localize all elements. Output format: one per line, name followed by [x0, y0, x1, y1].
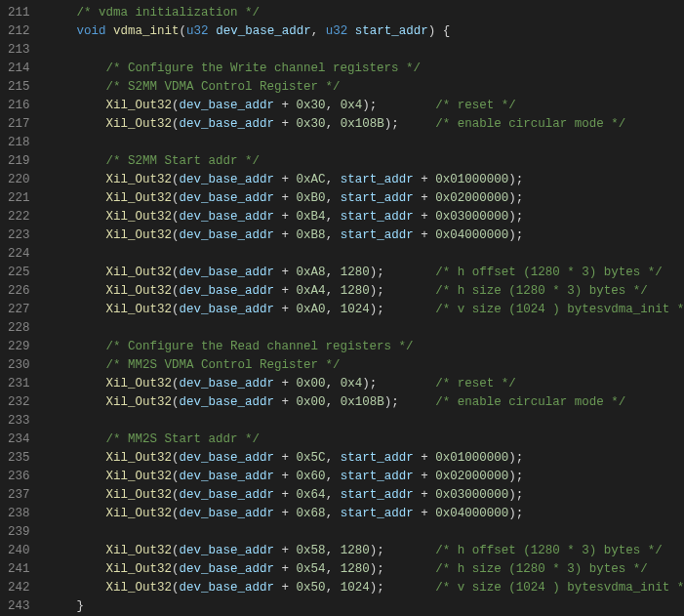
token: 0xA4 — [297, 284, 326, 298]
code-line[interactable]: /* Configure the Read channel registers … — [48, 338, 684, 356]
code-line[interactable]: Xil_Out32(dev_base_addr + 0x30, 0x4); /*… — [48, 97, 684, 115]
line-number: 218 — [8, 134, 30, 152]
token: 0x04000000 — [435, 507, 508, 520]
code-line[interactable]: Xil_Out32(dev_base_addr + 0x54, 1280); /… — [48, 560, 684, 579]
line-number: 239 — [8, 523, 30, 542]
code-line[interactable]: Xil_Out32(dev_base_addr + 0xB8, start_ad… — [48, 226, 684, 245]
token: 1024 — [341, 581, 370, 595]
line-number: 221 — [8, 189, 30, 208]
token: 0x60 — [297, 470, 326, 483]
code-line[interactable]: /* vdma initialization */ — [48, 4, 684, 22]
code-line[interactable]: Xil_Out32(dev_base_addr + 0x68, start_ad… — [48, 505, 684, 523]
token: ( — [172, 488, 180, 502]
token: Xil_Out32 — [106, 451, 173, 465]
token: + — [274, 562, 297, 576]
line-number: 242 — [8, 579, 30, 597]
token: ); — [508, 228, 523, 242]
code-line[interactable]: /* Configure the Write channel registers… — [48, 60, 684, 78]
token — [48, 117, 106, 131]
token: dev_base_addr — [180, 99, 275, 112]
token: + — [274, 470, 297, 483]
code-line[interactable]: Xil_Out32(dev_base_addr + 0x30, 0x108B);… — [48, 115, 684, 134]
code-line[interactable]: Xil_Out32(dev_base_addr + 0xAC, start_ad… — [48, 171, 684, 189]
code-line[interactable]: Xil_Out32(dev_base_addr + 0xA4, 1280); /… — [48, 282, 684, 301]
token: ); — [508, 173, 523, 186]
code-line[interactable] — [48, 245, 684, 264]
token: ( — [172, 210, 180, 224]
token: dev_base_addr — [180, 507, 275, 520]
code-line[interactable]: Xil_Out32(dev_base_addr + 0x50, 1024); /… — [48, 579, 684, 597]
line-number: 236 — [8, 468, 30, 486]
code-line[interactable]: } — [48, 597, 684, 616]
token: dev_base_addr — [180, 191, 275, 205]
token: , — [326, 191, 341, 205]
token: 0x64 — [297, 488, 326, 502]
token — [48, 562, 106, 576]
code-line[interactable]: /* S2MM Start addr */ — [48, 152, 684, 171]
token: + — [274, 451, 297, 465]
token: void — [77, 24, 106, 38]
code-line[interactable]: Xil_Out32(dev_base_addr + 0x00, 0x4); /*… — [48, 375, 684, 393]
code-line[interactable]: void vdma_init(u32 dev_base_addr, u32 st… — [48, 22, 684, 41]
code-line[interactable] — [48, 41, 684, 60]
token: 0x4 — [341, 377, 363, 390]
token: + — [274, 395, 297, 409]
code-line[interactable] — [48, 134, 684, 152]
code-line[interactable] — [48, 412, 684, 431]
token: 1280 — [341, 562, 370, 576]
code-line[interactable]: Xil_Out32(dev_base_addr + 0xA0, 1024); /… — [48, 301, 684, 319]
token: ( — [172, 507, 180, 520]
token: /* v size (1024 ) bytesvdma_init */ — [435, 581, 684, 595]
code-line[interactable]: Xil_Out32(dev_base_addr + 0x64, start_ad… — [48, 486, 684, 505]
line-number: 237 — [8, 486, 30, 505]
token: /* MM2S VDMA Control Register */ — [106, 358, 341, 372]
code-line[interactable]: Xil_Out32(dev_base_addr + 0x58, 1280); /… — [48, 542, 684, 560]
token: /* Configure the Write channel registers… — [106, 62, 422, 75]
token: + — [414, 470, 436, 483]
code-line[interactable] — [48, 319, 684, 338]
token: 0x5C — [297, 451, 326, 465]
code-line[interactable]: Xil_Out32(dev_base_addr + 0xB4, start_ad… — [48, 208, 684, 226]
line-number: 225 — [8, 264, 30, 282]
code-line[interactable]: Xil_Out32(dev_base_addr + 0x00, 0x108B);… — [48, 393, 684, 412]
token — [48, 470, 106, 483]
code-line[interactable]: Xil_Out32(dev_base_addr + 0x60, start_ad… — [48, 468, 684, 486]
line-number: 228 — [8, 319, 30, 338]
line-number: 232 — [8, 393, 30, 412]
token: dev_base_addr — [180, 173, 275, 186]
token: dev_base_addr — [180, 562, 275, 576]
token: ( — [172, 451, 180, 465]
code-line[interactable]: Xil_Out32(dev_base_addr + 0xB0, start_ad… — [48, 189, 684, 208]
code-line[interactable]: Xil_Out32(dev_base_addr + 0x5C, start_ad… — [48, 449, 684, 468]
token: 0x02000000 — [435, 191, 508, 205]
token: + — [274, 507, 297, 520]
token: , — [311, 24, 326, 38]
token: ); — [508, 470, 523, 483]
token: , — [326, 117, 341, 131]
code-line[interactable] — [48, 523, 684, 542]
code-line[interactable]: /* MM2S Start addr */ — [48, 431, 684, 449]
token: Xil_Out32 — [106, 470, 173, 483]
token: 1024 — [341, 303, 370, 316]
code-area[interactable]: /* vdma initialization */ void vdma_init… — [48, 0, 684, 616]
token — [48, 303, 106, 316]
token: 0x50 — [297, 581, 326, 595]
token: + — [414, 488, 436, 502]
token — [48, 599, 77, 613]
token — [48, 99, 106, 112]
token: ( — [180, 24, 187, 38]
token: ( — [172, 173, 180, 186]
code-editor[interactable]: 2112122132142152162172182192202212222232… — [0, 0, 684, 616]
token — [48, 62, 106, 75]
token: dev_base_addr — [180, 377, 275, 390]
line-number: 227 — [8, 301, 30, 319]
token: + — [414, 191, 436, 205]
token: + — [414, 173, 436, 186]
token: ); — [370, 562, 436, 576]
token: + — [274, 228, 297, 242]
code-line[interactable]: Xil_Out32(dev_base_addr + 0xA8, 1280); /… — [48, 264, 684, 282]
line-number: 243 — [8, 597, 30, 616]
code-line[interactable]: /* S2MM VDMA Control Register */ — [48, 78, 684, 97]
token — [48, 432, 106, 446]
code-line[interactable]: /* MM2S VDMA Control Register */ — [48, 356, 684, 375]
